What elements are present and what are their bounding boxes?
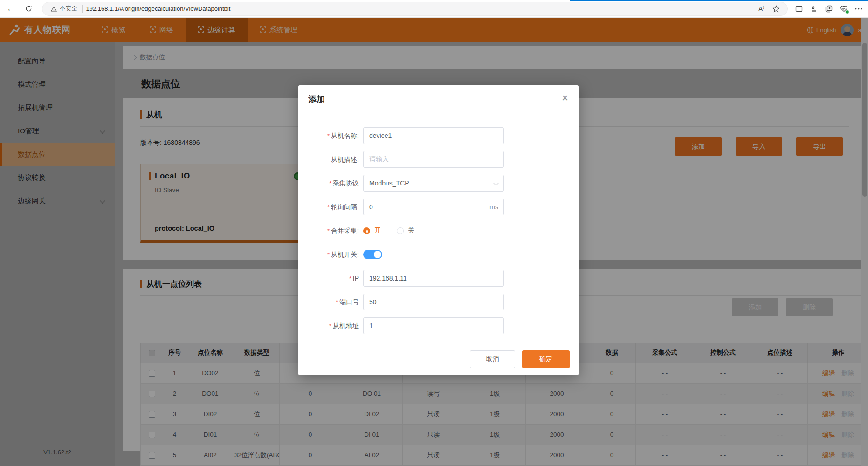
- merge-collect-label: *合并采集:: [298, 222, 359, 239]
- more-options-icon[interactable]: [852, 2, 865, 15]
- browser-toolbar: ← 不安全 192.168.1.1/#/origin/edgecalculati…: [0, 0, 868, 18]
- collect-protocol-field-row: *采集协议Modbus_TCP: [298, 175, 579, 192]
- slave-switch-toggle[interactable]: [363, 250, 382, 259]
- toggle-knob: [374, 251, 381, 258]
- required-asterisk: *: [327, 204, 330, 211]
- warning-icon: [51, 6, 57, 12]
- port-label: *端口号: [298, 294, 359, 310]
- merge-collect-radio-开[interactable]: 开: [363, 226, 381, 235]
- required-asterisk: *: [336, 299, 338, 306]
- required-asterisk: *: [349, 275, 351, 282]
- cancel-button[interactable]: 取消: [470, 350, 515, 368]
- window-accent-line: [570, 0, 868, 1]
- close-icon[interactable]: ✕: [559, 92, 571, 104]
- slave-address-label: *从机地址: [298, 317, 359, 334]
- refresh-icon[interactable]: [21, 2, 35, 16]
- site-security-chip[interactable]: 不安全: [47, 5, 81, 13]
- slave-name-field-row: *从机名称:device1: [298, 127, 579, 144]
- chevron-down-icon: [493, 180, 498, 185]
- confirm-button[interactable]: 确定: [522, 350, 570, 368]
- slave-name-input[interactable]: device1: [363, 127, 504, 144]
- collect-protocol-select[interactable]: Modbus_TCP: [363, 175, 504, 192]
- slave-switch-field-row: *从机开关:: [298, 246, 579, 263]
- divider: [82, 5, 83, 13]
- required-asterisk: *: [327, 251, 330, 258]
- ip-field-row: *IP192.168.1.11: [298, 270, 579, 287]
- required-asterisk: *: [327, 132, 330, 139]
- radio-label: 开: [374, 226, 381, 235]
- slave-switch-label: *从机开关:: [298, 246, 359, 263]
- security-label: 不安全: [60, 5, 77, 13]
- slave-address-input[interactable]: 1: [363, 317, 504, 334]
- slave-address-field-row: *从机地址1: [298, 317, 579, 334]
- port-field-row: *端口号50: [298, 294, 579, 310]
- browser-essentials-icon[interactable]: [837, 2, 850, 15]
- add-tab-icon[interactable]: [822, 2, 835, 15]
- collect-protocol-label: *采集协议: [298, 175, 359, 192]
- slave-name-label: *从机名称:: [298, 127, 359, 144]
- required-asterisk: *: [329, 322, 331, 329]
- merge-collect-field-row: *合并采集:开关: [298, 222, 579, 239]
- back-icon[interactable]: ←: [4, 2, 18, 16]
- slave-desc-label: 从机描述:: [298, 151, 359, 168]
- radio-label: 关: [408, 226, 414, 235]
- dialog-title: 添加: [308, 94, 325, 105]
- merge-collect-radio-关[interactable]: 关: [397, 226, 414, 235]
- radio-icon: [397, 227, 404, 234]
- add-slave-dialog: 添加 ✕ *从机名称:device1从机描述:请输入*采集协议Modbus_TC…: [298, 85, 579, 375]
- slave-desc-field-row: 从机描述:请输入: [298, 151, 579, 168]
- ip-input[interactable]: 192.168.1.11: [363, 270, 504, 287]
- required-asterisk: *: [329, 180, 331, 187]
- radio-icon: [363, 227, 370, 234]
- ip-label: *IP: [298, 270, 359, 287]
- poll-interval-label: *轮询间隔:: [298, 199, 359, 215]
- poll-interval-field-row: *轮询间隔:0ms: [298, 199, 579, 215]
- url-text[interactable]: 192.168.1.1/#/origin/edgecalculation/Vie…: [86, 5, 755, 12]
- favorite-star-icon[interactable]: [770, 2, 783, 15]
- read-aloud-icon[interactable]: A): [755, 2, 768, 15]
- port-input[interactable]: 50: [363, 294, 504, 310]
- slave-desc-input[interactable]: 请输入: [363, 151, 504, 168]
- poll-interval-input[interactable]: 0ms: [363, 199, 504, 215]
- collections-icon[interactable]: [807, 2, 820, 15]
- merge-collect-radio-group: 开关: [363, 222, 504, 239]
- required-asterisk: *: [327, 227, 330, 234]
- input-suffix: ms: [489, 203, 498, 211]
- address-bar[interactable]: 不安全 192.168.1.1/#/origin/edgecalculation…: [42, 2, 788, 16]
- split-screen-icon[interactable]: [792, 2, 806, 15]
